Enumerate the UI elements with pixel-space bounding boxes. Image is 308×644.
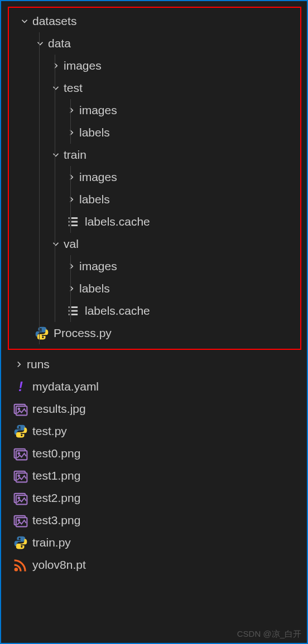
file-train-py[interactable]: train.py <box>1 531 307 554</box>
folder-label: datasets <box>32 14 76 28</box>
tree-guide <box>70 99 71 121</box>
tree-guide <box>39 99 40 121</box>
file-results-jpg[interactable]: results.jpg <box>1 398 307 420</box>
file-train-labels-cache[interactable]: labels.cache <box>9 211 300 233</box>
folder-label: test <box>64 81 83 95</box>
file-yolov8n-pt[interactable]: yolov8n.pt <box>1 554 307 576</box>
folder-label: images <box>79 170 117 184</box>
tree-guide <box>39 255 40 277</box>
image-icon <box>13 513 28 528</box>
folder-val[interactable]: val <box>9 233 300 255</box>
file-label: mydata.yaml <box>32 380 99 393</box>
svg-point-14 <box>18 519 20 521</box>
file-label: test2.png <box>32 491 80 505</box>
tree-guide <box>55 277 55 300</box>
file-label: labels.cache <box>85 215 150 228</box>
tree-guide <box>39 277 40 300</box>
file-label: Process.py <box>54 326 112 340</box>
file-test1-png[interactable]: test1.png <box>1 465 307 487</box>
chevron-right-icon <box>66 261 77 272</box>
watermark: CSDN @凉_白开 <box>237 629 301 640</box>
folder-train[interactable]: train <box>9 144 300 166</box>
yaml-icon: ! <box>13 379 28 394</box>
chevron-right-icon <box>66 194 77 205</box>
folder-label: images <box>79 260 117 273</box>
folder-test-images[interactable]: images <box>9 99 300 121</box>
tree-guide <box>55 121 55 144</box>
file-test2-png[interactable]: test2.png <box>1 487 307 509</box>
tree-guide <box>70 188 71 211</box>
svg-point-11 <box>18 497 20 499</box>
image-icon <box>13 469 28 483</box>
chevron-down-icon <box>50 238 61 250</box>
folder-train-labels[interactable]: labels <box>9 188 300 211</box>
file-label: results.jpg <box>32 402 86 416</box>
highlighted-section: datasets data images test <box>8 7 301 350</box>
chevron-right-icon <box>66 105 77 116</box>
folder-runs[interactable]: runs <box>1 353 307 375</box>
tree-guide <box>55 211 55 233</box>
tree-guide <box>39 322 40 344</box>
tree-guide <box>39 121 40 144</box>
python-icon <box>35 326 49 340</box>
tree-guide <box>39 55 40 77</box>
svg-point-8 <box>18 475 20 476</box>
folder-label: labels <box>79 126 110 139</box>
file-tree: datasets data images test <box>1 1 307 579</box>
folder-val-labels[interactable]: labels <box>9 277 300 300</box>
tree-guide <box>70 211 71 233</box>
folder-train-images[interactable]: images <box>9 166 300 188</box>
tree-guide <box>55 233 55 255</box>
tree-guide <box>70 166 71 188</box>
folder-label: runs <box>27 358 50 371</box>
chevron-down-icon <box>19 16 30 27</box>
chevron-right-icon <box>50 60 61 71</box>
list-icon <box>66 304 80 318</box>
tree-guide <box>55 188 55 211</box>
chevron-down-icon <box>50 82 61 94</box>
folder-test[interactable]: test <box>9 77 300 99</box>
folder-label: images <box>64 59 102 72</box>
tree-guide <box>55 300 55 322</box>
file-process-py[interactable]: Process.py <box>9 322 300 344</box>
tree-guide <box>39 166 40 188</box>
folder-val-images[interactable]: images <box>9 255 300 277</box>
file-label: test3.png <box>32 514 80 527</box>
folder-label: images <box>79 104 117 117</box>
chevron-right-icon <box>66 283 77 294</box>
chevron-down-icon <box>50 149 61 160</box>
tree-guide <box>70 121 71 144</box>
tree-guide <box>55 77 55 99</box>
file-val-labels-cache[interactable]: labels.cache <box>9 300 300 322</box>
tree-guide <box>55 144 55 166</box>
folder-data[interactable]: data <box>9 32 300 55</box>
tree-guide <box>55 55 55 77</box>
tree-guide <box>39 144 40 166</box>
chevron-right-icon <box>13 359 25 370</box>
chevron-down-icon <box>35 38 46 49</box>
tree-guide <box>39 211 40 233</box>
folder-images[interactable]: images <box>9 55 300 77</box>
svg-point-15 <box>15 568 18 572</box>
tree-guide <box>39 32 40 55</box>
chevron-right-icon <box>66 127 77 138</box>
folder-datasets[interactable]: datasets <box>9 10 300 32</box>
file-test0-png[interactable]: test0.png <box>1 442 307 465</box>
svg-point-2 <box>18 408 20 409</box>
tree-guide <box>39 188 40 211</box>
file-test3-png[interactable]: test3.png <box>1 509 307 531</box>
file-label: test0.png <box>32 447 80 460</box>
tree-guide <box>55 255 55 277</box>
folder-test-labels[interactable]: labels <box>9 121 300 144</box>
file-label: test.py <box>32 425 67 438</box>
file-test-py[interactable]: test.py <box>1 420 307 442</box>
python-icon <box>13 424 28 438</box>
image-icon <box>13 446 28 461</box>
svg-point-5 <box>18 452 20 454</box>
file-mydata-yaml[interactable]: ! mydata.yaml <box>1 375 307 398</box>
folder-label: labels <box>79 282 110 295</box>
python-icon <box>13 535 28 550</box>
list-icon <box>66 214 80 229</box>
tree-guide <box>39 77 40 99</box>
file-label: test1.png <box>32 469 80 482</box>
